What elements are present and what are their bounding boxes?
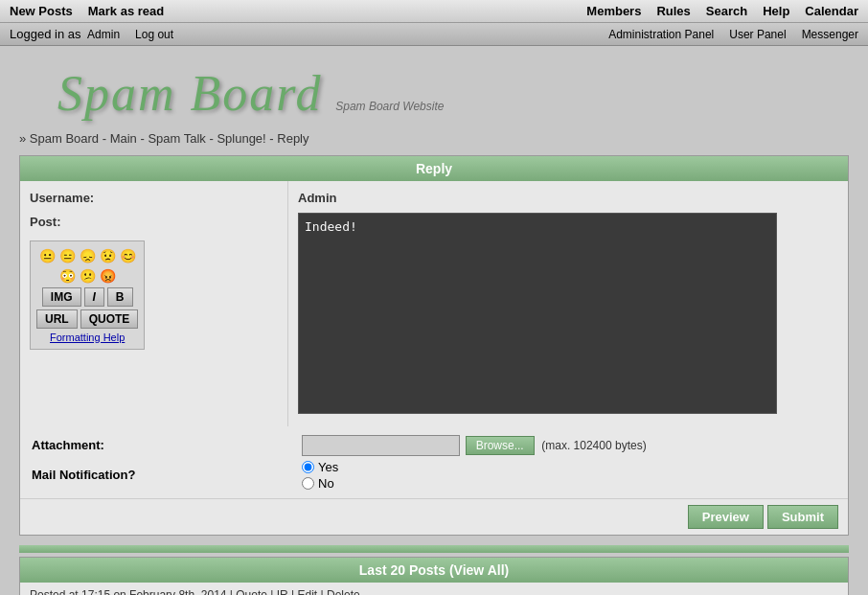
calendar-link[interactable]: Calendar (805, 4, 858, 18)
quote-button[interactable]: QUOTE (80, 309, 139, 329)
username-label: Username: (30, 191, 278, 205)
attachment-label: Attachment: (32, 434, 300, 456)
logout-link[interactable]: Log out (135, 28, 173, 41)
emoticon-1[interactable]: 😐 (38, 247, 56, 264)
mail-notification-label: Mail Notification? (32, 458, 300, 491)
italic-button[interactable]: I (84, 287, 104, 307)
reply-panel: Reply Username: Post: 😐 😑 😞 😟 😊 😳 (19, 155, 849, 536)
post-label: Post: (30, 215, 278, 229)
help-link[interactable]: Help (763, 4, 789, 18)
format-toolbar: 😐 😑 😞 😟 😊 😳 😕 😡 IMG I B (30, 240, 145, 350)
radio-yes-label[interactable]: Yes (302, 460, 836, 474)
formatting-help-link[interactable]: Formatting Help (36, 332, 138, 343)
logged-in-username[interactable]: Admin (87, 28, 120, 41)
nav-row-1: New Posts Mark as read Members Rules Sea… (0, 0, 868, 23)
emoticon-row-1: 😐 😑 😞 😟 😊 (36, 247, 138, 264)
format-btn-row-2: URL QUOTE (36, 309, 138, 329)
nav-right-1: Members Rules Search Help Calendar (586, 4, 858, 18)
emoticon-8[interactable]: 😡 (99, 267, 116, 285)
radio-yes-text: Yes (318, 460, 338, 474)
attachment-controls: Browse... (max. 102400 bytes) (302, 434, 836, 456)
post-textarea[interactable] (298, 213, 777, 414)
browse-button[interactable]: Browse... (466, 436, 535, 455)
logged-in-text: Logged in as Admin (10, 27, 120, 41)
max-bytes-text: (max. 102400 bytes) (541, 439, 646, 452)
messenger-link[interactable]: Messenger (802, 28, 858, 41)
emoticon-6[interactable]: 😳 (58, 267, 76, 285)
mail-notification-controls: Yes No (302, 458, 836, 491)
radio-no-text: No (318, 476, 334, 491)
nav-left-2: Logged in as Admin Log out (10, 27, 173, 41)
logo-text: Spam Board (57, 66, 323, 121)
user-panel-link[interactable]: User Panel (729, 28, 786, 41)
emoticon-row-2: 😳 😕 😡 (36, 267, 138, 285)
bold-button[interactable]: B (107, 287, 133, 307)
emoticon-2[interactable]: 😑 (58, 247, 76, 264)
last-posts-header[interactable]: Last 20 Posts (View All) (20, 558, 848, 583)
admin-panel-link[interactable]: Administration Panel (608, 28, 714, 41)
logo-area: Spam Board Spam Board Website (19, 56, 849, 126)
reply-right: Admin (288, 181, 848, 426)
radio-no-label[interactable]: No (302, 476, 836, 491)
main-content: Spam Board Spam Board Website » Spam Boa… (0, 46, 868, 595)
radio-yes[interactable] (302, 461, 314, 473)
submit-button[interactable]: Submit (767, 505, 838, 529)
emoticon-3[interactable]: 😞 (79, 247, 96, 264)
format-btn-row-1: IMG I B (36, 287, 138, 307)
reply-left: Username: Post: 😐 😑 😞 😟 😊 😳 😕 😡 (20, 181, 288, 426)
logo-subtitle: Spam Board Website (335, 100, 444, 113)
url-button[interactable]: URL (36, 309, 78, 329)
rules-link[interactable]: Rules (656, 4, 690, 18)
preview-button[interactable]: Preview (688, 505, 764, 529)
top-bar: New Posts Mark as read Members Rules Sea… (0, 0, 868, 46)
emoticon-5[interactable]: 😊 (119, 247, 136, 264)
action-row: Preview Submit (20, 498, 848, 535)
table-separator (19, 545, 849, 553)
username-value: Admin (298, 191, 838, 205)
emoticon-7[interactable]: 😕 (79, 267, 96, 285)
members-link[interactable]: Members (586, 4, 641, 18)
reply-body: Username: Post: 😐 😑 😞 😟 😊 😳 😕 😡 (20, 181, 848, 426)
emoticon-4[interactable]: 😟 (99, 247, 116, 264)
search-link[interactable]: Search (706, 4, 747, 18)
mark-as-read-link[interactable]: Mark as read (88, 4, 165, 18)
nav-row-2: Logged in as Admin Log out Administratio… (0, 23, 868, 45)
radio-no[interactable] (302, 477, 314, 490)
reply-header: Reply (20, 156, 848, 181)
img-button[interactable]: IMG (42, 287, 81, 307)
attachment-input[interactable] (302, 435, 460, 456)
attachment-section: Attachment: Browse... (max. 102400 bytes… (20, 426, 848, 498)
nav-right-2: Administration Panel User Panel Messenge… (608, 28, 858, 41)
breadcrumb: » Spam Board - Main - Spam Talk - Splung… (19, 131, 849, 146)
nav-left-1: New Posts Mark as read (10, 4, 164, 18)
radio-group: Yes No (302, 460, 836, 491)
last-posts-panel: Last 20 Posts (View All) Posted at 17:15… (19, 557, 849, 595)
last-posts-content: Posted at 17:15 on February 8th, 2014 | … (20, 583, 848, 595)
new-posts-link[interactable]: New Posts (10, 4, 73, 18)
